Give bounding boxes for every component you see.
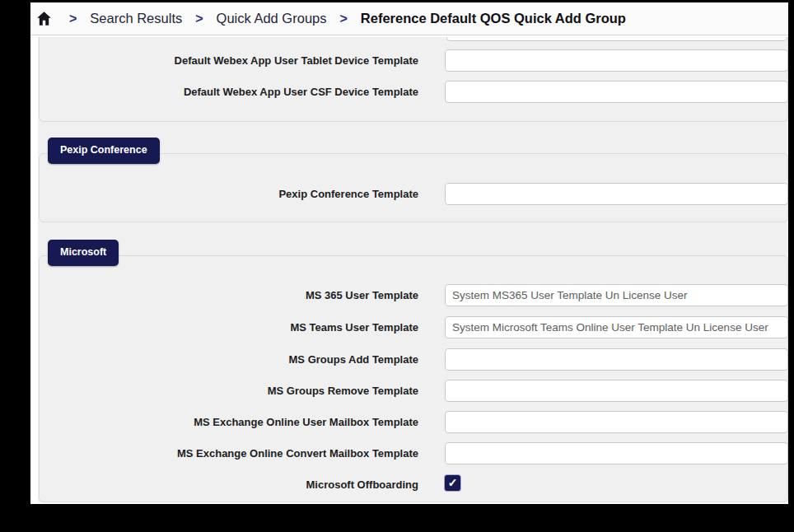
ms-groups-add-template-input[interactable] [445,348,788,371]
field-label: MS Groups Remove Template [38,385,418,397]
ms-365-user-template-input[interactable] [445,284,788,306]
breadcrumb-separator: > [339,12,347,26]
ms-exchange-online-convert-mailbox-template-input[interactable] [445,442,788,464]
cut-off-input[interactable] [446,37,787,41]
field-label: Pexip Conference Template [38,188,418,200]
microsoft-offboarding-checkbox[interactable]: ✓ [445,475,460,491]
field-label: MS 365 User Template [38,289,418,301]
home-icon[interactable] [35,10,53,27]
field-label: MS Groups Add Template [38,353,418,366]
breadcrumb-separator: > [195,12,203,26]
ms-exchange-online-user-mailbox-template-input[interactable] [445,411,788,433]
field-label: Default Webex App User Tablet Device Tem… [38,54,418,67]
field-label: MS Teams User Template [38,321,418,334]
ms-teams-user-template-input[interactable] [445,316,788,338]
breadcrumb-item-search-results[interactable]: Search Results [90,11,182,26]
default-webex-app-user-csf-device-template-input[interactable] [445,81,788,103]
default-webex-app-user-tablet-device-template-input[interactable] [445,49,788,72]
section-badge-pexip-conference: Pexip Conference [48,138,160,164]
page: > Search Results > Quick Add Groups > Re… [30,2,788,504]
section-badge-microsoft: Microsoft [48,240,119,266]
breadcrumb-current-page: Reference Default QOS Quick Add Group [361,11,626,26]
field-label: MS Exchange Online User Mailbox Template [38,416,418,428]
breadcrumb-item-quick-add-groups[interactable]: Quick Add Groups [217,11,327,26]
field-label: Default Webex App User CSF Device Templa… [38,86,418,98]
form-panel: Default Webex App User Tablet Device Tem… [38,37,788,502]
pexip-conference-template-input[interactable] [445,183,788,205]
breadcrumb: > Search Results > Quick Add Groups > Re… [30,2,788,35]
field-label: Microsoft Offboarding [38,478,418,491]
ms-groups-remove-template-input[interactable] [445,380,788,402]
field-label: MS Exchange Online Convert Mailbox Templ… [38,447,418,460]
app-window: > Search Results > Quick Add Groups > Re… [0,0,794,532]
breadcrumb-separator: > [69,12,77,26]
